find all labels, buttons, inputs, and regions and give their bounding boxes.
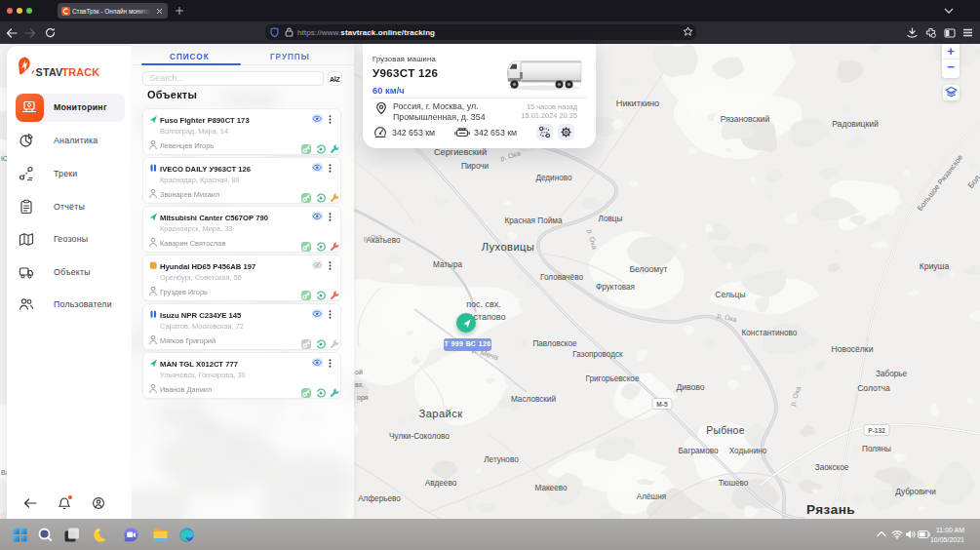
- svg-text:TRACK: TRACK: [62, 66, 100, 78]
- svg-text:A: A: [330, 76, 334, 83]
- svg-text:Z: Z: [336, 76, 341, 83]
- svg-text:STAV: STAV: [36, 66, 64, 78]
